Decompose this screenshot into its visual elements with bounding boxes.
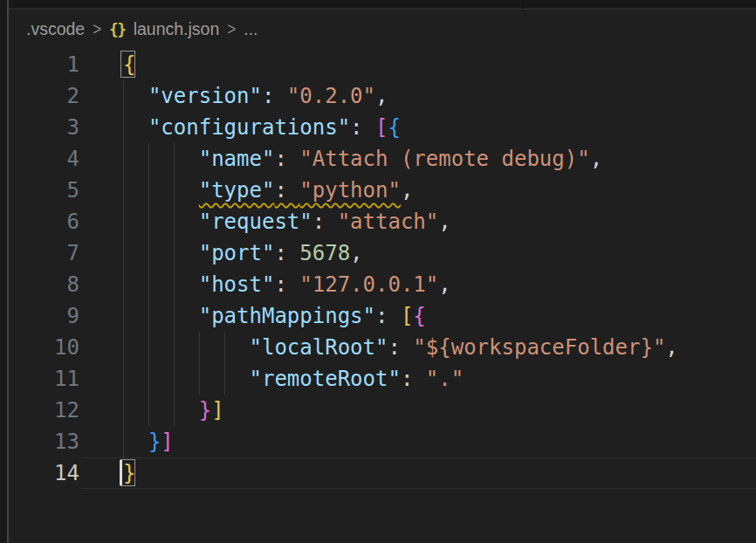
line-number[interactable]: 6: [9, 206, 79, 237]
line-number[interactable]: 1: [9, 49, 79, 80]
breadcrumb-symbol-ellipsis[interactable]: ...: [244, 19, 258, 39]
code-text: "configurations": [{: [123, 112, 401, 143]
line-number[interactable]: 10: [9, 332, 79, 363]
code-line[interactable]: 12 }]: [9, 395, 756, 426]
text-cursor: [120, 460, 122, 485]
tab-bar-edge: [9, 0, 756, 10]
line-number[interactable]: 13: [9, 426, 79, 457]
line-number[interactable]: 4: [9, 143, 79, 175]
line-number[interactable]: 8: [9, 269, 79, 300]
code-text: "remoteRoot": ".": [123, 363, 464, 395]
code-area[interactable]: 1{2 "version": "0.2.0",3 "configurations…: [9, 49, 756, 543]
code-line[interactable]: 13 }]: [9, 426, 756, 457]
line-number[interactable]: 2: [9, 80, 79, 112]
code-text: {: [123, 49, 135, 80]
code-line[interactable]: 2 "version": "0.2.0",: [9, 80, 756, 112]
code-text: }]: [123, 426, 174, 457]
line-number[interactable]: 12: [9, 395, 79, 426]
code-text: "version": "0.2.0",: [123, 80, 388, 112]
chevron-right-icon: >: [93, 19, 101, 39]
code-line[interactable]: 5 "type": "python",: [9, 175, 756, 206]
breadcrumb-folder[interactable]: .vscode: [26, 19, 85, 39]
line-number[interactable]: 14: [9, 457, 79, 489]
code-line[interactable]: 3 "configurations": [{: [9, 112, 756, 143]
code-text: "name": "Attach (remote debug)",: [123, 143, 602, 175]
line-number[interactable]: 7: [9, 237, 79, 269]
code-text: "request": "attach",: [123, 206, 451, 237]
sidebar-edge: [0, 0, 9, 543]
code-text: "pathMappings": [{: [123, 300, 426, 332]
code-line[interactable]: 10 "localRoot": "${workspaceFolder}",: [9, 332, 756, 363]
line-number[interactable]: 5: [9, 175, 79, 206]
code-text: "type": "python",: [123, 175, 413, 206]
chevron-right-icon: >: [227, 19, 236, 39]
line-number[interactable]: 9: [9, 300, 79, 332]
tab-divider: [522, 0, 524, 9]
warning-squiggle: "type": "python": [199, 178, 401, 203]
code-line[interactable]: 7 "port": 5678,: [9, 237, 756, 269]
code-line[interactable]: 9 "pathMappings": [{: [9, 300, 756, 332]
code-line[interactable]: 8 "host": "127.0.0.1",: [9, 269, 756, 300]
code-line[interactable]: 11 "remoteRoot": ".": [9, 363, 756, 395]
code-line[interactable]: 6 "request": "attach",: [9, 206, 756, 237]
code-text: }: [123, 457, 135, 489]
code-text: "host": "127.0.0.1",: [123, 269, 451, 300]
code-text: "port": 5678,: [123, 237, 363, 269]
code-text: }]: [123, 395, 224, 426]
code-text: "localRoot": "${workspaceFolder}",: [123, 332, 678, 363]
vscode-editor-window: .vscode > {} launch.json > ... 1{2 "vers…: [0, 0, 756, 543]
breadcrumb: .vscode > {} launch.json > ...: [9, 10, 756, 49]
code-line[interactable]: 4 "name": "Attach (remote debug)",: [9, 143, 756, 175]
line-number[interactable]: 3: [9, 112, 79, 143]
line-number[interactable]: 11: [9, 363, 79, 395]
json-braces-icon: {}: [109, 21, 125, 38]
breadcrumb-file[interactable]: launch.json: [134, 19, 220, 39]
